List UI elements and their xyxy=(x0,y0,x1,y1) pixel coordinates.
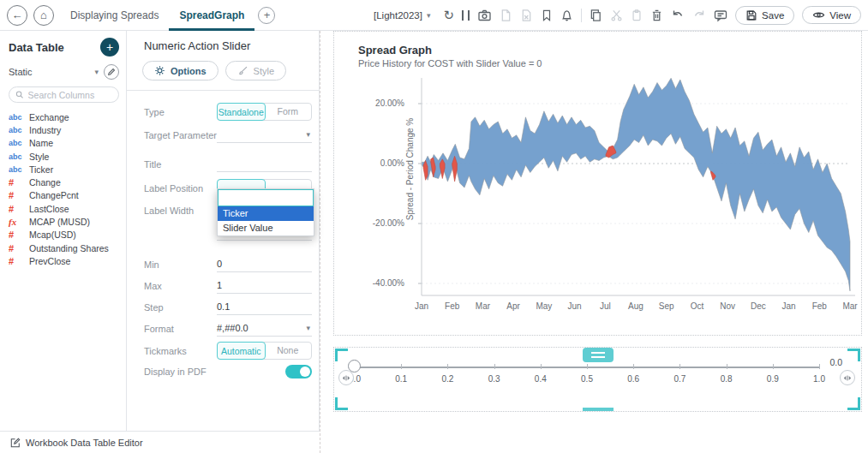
theme-selector[interactable]: [Light2023] ▾ xyxy=(374,10,435,21)
slider-tickmark xyxy=(633,364,634,369)
column-item[interactable]: #Mcap(USD) xyxy=(9,229,119,241)
column-item[interactable]: fxMCAP (MUSD) xyxy=(9,215,119,228)
column-item[interactable]: #Change xyxy=(9,176,119,188)
tickmarks-segmented: Automatic None xyxy=(217,342,312,360)
label-position-label: Label Position xyxy=(144,183,217,194)
column-item[interactable]: abcIndustry xyxy=(9,123,119,136)
data-table-panel: Data Table + Static ▾ abcExchangeabcIndu… xyxy=(0,31,127,431)
y-axis-tick-label: -40.00% xyxy=(346,278,404,288)
alerts-button[interactable] xyxy=(560,9,573,22)
column-item[interactable]: #ChangePcnt xyxy=(9,189,119,202)
delete-button[interactable] xyxy=(650,9,663,22)
numeric-column-icon: # xyxy=(9,243,29,253)
view-button[interactable]: View xyxy=(802,6,861,24)
type-option-form[interactable]: Form xyxy=(265,104,312,120)
slider-tick-label: 0.7 xyxy=(667,374,692,384)
back-arrow-icon: ← xyxy=(12,9,23,21)
export-pdf-button[interactable] xyxy=(500,9,512,22)
target-parameter-select[interactable] xyxy=(217,127,312,143)
part-resize-handle[interactable] xyxy=(583,408,614,411)
comments-button[interactable] xyxy=(714,9,727,22)
search-columns-box[interactable] xyxy=(9,86,119,103)
x-axis-tick-label: Jan xyxy=(774,301,805,311)
spread-graph-part[interactable]: Spread Graph Price History for COST with… xyxy=(333,31,862,336)
chevron-down-icon[interactable]: ▾ xyxy=(306,130,310,139)
bookmark-button[interactable] xyxy=(541,9,553,22)
selection-corner-icon xyxy=(847,397,860,410)
tickmarks-label: Tickmarks xyxy=(144,346,217,356)
column-item[interactable]: #PrevClose xyxy=(9,254,119,267)
workbook-editor-footer[interactable]: Workbook Data Table Editor xyxy=(0,431,320,453)
eye-icon xyxy=(812,9,825,21)
min-label: Min xyxy=(144,259,217,270)
copy-button[interactable] xyxy=(590,9,602,22)
edit-data-table-button[interactable] xyxy=(104,64,119,80)
column-item[interactable]: abcExchange xyxy=(9,110,119,123)
type-option-standalone[interactable]: Standalone xyxy=(217,103,266,121)
dropdown-option[interactable]: Slider Value xyxy=(218,221,314,235)
x-axis-tick-label: Jul xyxy=(590,301,620,311)
numeric-column-icon: # xyxy=(9,204,29,214)
tickmarks-option-automatic[interactable]: Automatic xyxy=(217,342,266,360)
title-input[interactable] xyxy=(217,156,312,172)
add-tab-button[interactable]: + xyxy=(258,7,275,24)
export-excel-button[interactable] xyxy=(520,9,533,22)
dropdown-option[interactable]: Ticker xyxy=(218,206,314,221)
column-item[interactable]: #LastClose xyxy=(9,202,119,215)
tab-displaying-spreads[interactable]: Displaying Spreads xyxy=(60,0,169,31)
column-name: Industry xyxy=(29,125,61,135)
chart-subtitle: Price History for COST with Slider Value… xyxy=(358,58,861,69)
x-axis-tick-label: Feb xyxy=(437,301,468,311)
snapshot-button[interactable] xyxy=(477,9,492,22)
pause-button[interactable] xyxy=(462,10,470,21)
data-table-name[interactable]: Static xyxy=(9,67,94,77)
step-input[interactable]: 0.1 xyxy=(217,299,312,315)
min-input[interactable]: 0 xyxy=(217,256,312,272)
column-item[interactable]: abcTicker xyxy=(9,163,119,176)
camera-icon xyxy=(477,9,492,22)
column-item[interactable]: abcStyle xyxy=(9,150,119,163)
column-item[interactable]: abcName xyxy=(9,137,119,150)
home-button[interactable]: ⌂ xyxy=(33,5,54,26)
x-axis-tick-label: Nov xyxy=(712,301,743,311)
column-item[interactable]: #Outstanding Shares xyxy=(9,241,119,254)
bell-icon xyxy=(560,9,573,22)
slider-right-adjust-button[interactable] xyxy=(840,370,855,385)
x-axis-tick-label: Jan xyxy=(406,301,437,311)
text-column-icon: abc xyxy=(9,139,29,147)
chevron-down-icon[interactable]: ▾ xyxy=(94,68,99,76)
slider-tick-label: 0.6 xyxy=(620,374,646,384)
type-label: Type xyxy=(144,107,217,117)
style-tab[interactable]: Style xyxy=(225,61,286,80)
back-button[interactable]: ← xyxy=(7,5,27,26)
edit-workbook-icon xyxy=(10,438,21,448)
tickmarks-option-none[interactable]: None xyxy=(265,343,312,359)
cut-button[interactable] xyxy=(610,9,623,22)
part-drag-handle[interactable] xyxy=(583,348,614,362)
paste-button[interactable] xyxy=(631,9,643,22)
column-name: Style xyxy=(29,152,49,162)
options-tab[interactable]: Options xyxy=(142,61,218,80)
search-columns-input[interactable] xyxy=(28,90,112,100)
add-data-table-button[interactable]: + xyxy=(100,38,119,57)
undo-button[interactable] xyxy=(671,9,685,22)
max-label: Max xyxy=(144,281,217,291)
slider-left-adjust-button[interactable] xyxy=(338,370,354,385)
chevron-down-icon[interactable]: ▾ xyxy=(306,324,310,332)
display-pdf-toggle[interactable] xyxy=(285,365,312,378)
redo-button[interactable] xyxy=(692,9,706,22)
column-name: MCAP (MUSD) xyxy=(29,217,90,227)
y-axis-tick-label: 20.00% xyxy=(346,98,404,108)
save-button[interactable]: Save xyxy=(735,6,794,25)
refresh-button[interactable]: ↻ xyxy=(443,8,454,23)
format-select[interactable]: #,##0.0 xyxy=(217,320,312,337)
tab-spreadgraph[interactable]: SpreadGraph xyxy=(169,0,254,31)
chevron-down-icon: ▾ xyxy=(427,11,431,20)
numeric-action-slider-part[interactable]: 0.00.10.20.30.40.50.60.70.80.91.0 0.0 xyxy=(333,347,862,412)
dropdown-filter-input[interactable] xyxy=(218,189,314,206)
max-input[interactable]: 1 xyxy=(217,277,312,294)
label-width-label: Label Width xyxy=(144,206,217,216)
column-name: LastClose xyxy=(29,204,69,214)
slider-tickmark xyxy=(679,364,680,369)
target-parameter-label: Target Parameter xyxy=(144,130,217,140)
